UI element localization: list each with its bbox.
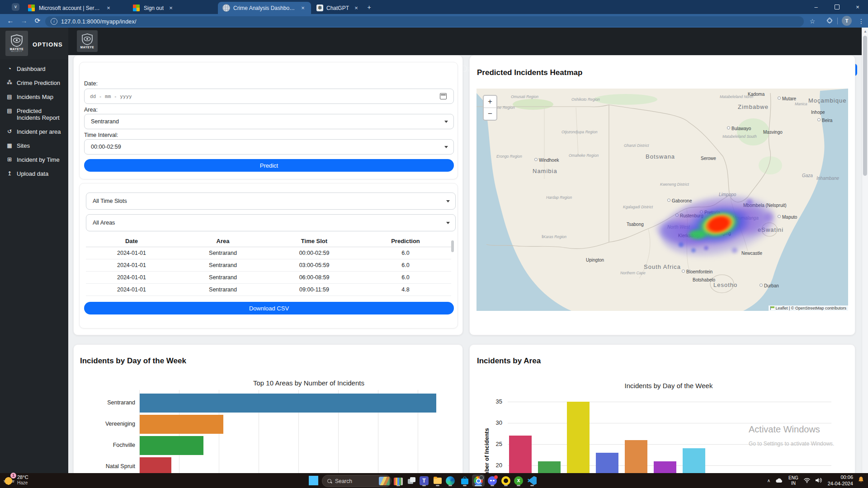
forward-icon[interactable]: → <box>19 16 29 26</box>
map-zoom-control: + − <box>483 95 497 121</box>
taskbar-app-vscode[interactable] <box>526 474 538 487</box>
app-header: MAYEYE Crime Analysis Dashboard Get Star… <box>0 28 868 55</box>
zoom-in-button[interactable]: + <box>484 96 496 108</box>
table-cell: 4.8 <box>360 286 451 293</box>
browser-menu-icon[interactable]: ⋮ <box>856 16 866 26</box>
calendar-icon[interactable] <box>440 93 447 99</box>
address-bar[interactable]: i 127.0.0.1:8000/myapp/index/ <box>45 16 804 27</box>
table-scrollbar-thumb[interactable] <box>451 240 454 252</box>
scroll-up-icon[interactable]: ▲ <box>863 29 867 33</box>
maximize-button[interactable] <box>826 0 847 14</box>
taskbar-app-chrome[interactable] <box>472 474 485 487</box>
weather-desc: Haze <box>17 480 28 486</box>
sidebar-item-crime-prediction[interactable]: ⁂Crime Prediction <box>0 76 68 90</box>
time-slot-filter-value: All Time Slots <box>93 198 127 204</box>
time-slot-filter-select[interactable]: All Time Slots <box>86 192 456 210</box>
download-csv-button[interactable]: Download CSV <box>84 302 454 314</box>
sidebar-item-dashboard[interactable]: ◔Dashboard <box>0 62 68 76</box>
map-label-region: Omusati Region <box>511 94 538 99</box>
map-label-country: Zimbabwe <box>738 103 769 110</box>
sidebar-item-upload-data[interactable]: ↥Upload data <box>0 167 68 181</box>
tab-close-icon[interactable]: × <box>167 5 175 12</box>
running-indicator <box>504 485 508 486</box>
weather-temp: 28°C <box>17 474 28 480</box>
weather-widget[interactable]: 1 28°C Haze <box>4 474 28 485</box>
search-placeholder: Search <box>335 478 379 484</box>
tab-close-icon[interactable]: × <box>353 5 360 12</box>
taskbar-app-xbox[interactable]: x <box>512 474 525 487</box>
leaflet-map[interactable]: Omusati RegionOshikoto RegionKunene Regi… <box>476 89 848 311</box>
taskbar-app-edge[interactable] <box>444 474 457 487</box>
tab-search-icon[interactable]: ∨ <box>12 3 19 11</box>
zoom-out-button[interactable]: − <box>484 108 496 120</box>
taskbar-app-ring[interactable] <box>500 474 512 487</box>
task-view-icon <box>407 476 416 485</box>
taskbar-search[interactable]: Search <box>322 475 392 487</box>
taskbar-app-discord[interactable] <box>486 474 499 487</box>
sidebar-item-predicted-incidents-report[interactable]: ▤Predicted Incidents Report <box>0 104 68 125</box>
map-label-region: ǁKaras Region <box>542 235 566 239</box>
predict-button[interactable]: Predict <box>84 159 454 172</box>
taskbar-app-teams[interactable]: T <box>418 474 430 487</box>
sidebar-item-incidents-map[interactable]: ▤Incidents Map <box>0 90 68 104</box>
browser-tab[interactable]: ✽ChatGPT× <box>312 2 396 14</box>
close-button[interactable]: × <box>847 0 868 14</box>
y-axis-tick: 35 <box>489 398 502 405</box>
scrollbar-thumb[interactable] <box>863 36 867 176</box>
reload-icon[interactable]: ⟳ <box>33 16 42 26</box>
time-interval-select[interactable]: 00:00-02:59 <box>84 139 454 155</box>
running-indicator <box>436 485 439 486</box>
map-label-city: Bloemfontein <box>682 269 712 274</box>
sidebar-item-sites[interactable]: ▦Sites <box>0 139 68 153</box>
taskbar-app-library[interactable] <box>392 474 405 487</box>
taskbar-app-task-view[interactable] <box>405 474 418 487</box>
microsoft-icon <box>132 4 141 12</box>
wifi-icon[interactable] <box>803 477 811 485</box>
start-button[interactable] <box>309 476 318 485</box>
predictions-table[interactable]: DateAreaTime SlotPrediction2024-01-01Sen… <box>86 235 451 298</box>
browser-tab[interactable]: Crime Analysis Dashboard× <box>218 2 311 14</box>
city-marker-icon <box>778 97 781 100</box>
notification-bell-icon[interactable] <box>858 476 864 485</box>
browser-tab-bar: ∨ Microsoft account | Services &×Sign ou… <box>0 0 868 14</box>
date-input[interactable] <box>84 89 454 104</box>
tab-close-icon[interactable]: × <box>105 5 112 12</box>
area-select-value: Sentrarand <box>91 118 119 125</box>
sidebar-item-incident-per-area[interactable]: ↺Incident per area <box>0 125 68 139</box>
map-label-city: Kadoma <box>748 92 764 97</box>
tab-close-icon[interactable]: × <box>299 5 307 12</box>
tray-chevron-icon[interactable]: ∧ <box>767 478 770 483</box>
sidebar-item-incident-by-time[interactable]: ⊞Incident by Time <box>0 153 68 167</box>
map-label-city: Botshabelo <box>693 277 715 282</box>
city-marker-icon <box>817 118 821 122</box>
taskbar-app-store[interactable] <box>458 474 471 487</box>
chevron-down-icon <box>444 121 448 123</box>
map-label-country: South Africa <box>644 263 681 270</box>
new-tab-button[interactable]: + <box>365 4 373 11</box>
minimize-button[interactable]: – <box>806 0 826 14</box>
brand-name: MAYEYE <box>10 47 24 51</box>
volume-icon[interactable] <box>816 477 822 485</box>
clock[interactable]: 00:0624-04-2024 <box>828 474 853 487</box>
area-filter-select[interactable]: All Areas <box>86 214 456 231</box>
browser-tab[interactable]: Sign out× <box>127 2 217 14</box>
city-marker-icon <box>727 127 730 130</box>
language-indicator[interactable]: ENGIN <box>788 475 798 486</box>
haze-weather-icon: 1 <box>4 474 14 485</box>
bookmark-star-icon[interactable]: ☆ <box>807 16 817 26</box>
column-header: Time Slot <box>269 238 360 244</box>
table-row: 2024-01-01Sentrarand06:00-08:596.0 <box>86 272 451 284</box>
taskbar-app-file-explorer[interactable] <box>431 474 444 487</box>
gridline <box>508 423 831 423</box>
chevron-down-icon <box>446 222 450 224</box>
area-select[interactable]: Sentrarand <box>84 114 454 129</box>
page-scrollbar[interactable]: ▲ <box>862 28 868 473</box>
time-interval-select-value: 00:00-02:59 <box>91 144 121 150</box>
onedrive-cloud-icon[interactable] <box>775 477 783 485</box>
profile-avatar[interactable]: T <box>842 16 852 26</box>
browser-tab[interactable]: Microsoft account | Services &× <box>23 2 127 14</box>
site-info-icon[interactable]: i <box>51 18 57 25</box>
map-label-city: Mutare <box>778 96 796 101</box>
back-icon[interactable]: ← <box>5 16 15 26</box>
extensions-icon[interactable] <box>825 16 835 26</box>
